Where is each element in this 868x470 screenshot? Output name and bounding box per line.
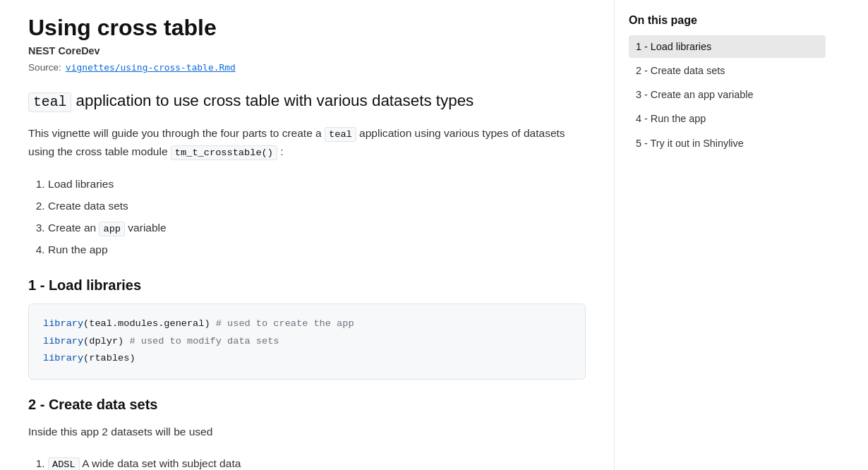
sidebar-nav-item: 4 - Run the app	[629, 107, 826, 130]
list-item: Run the app	[48, 239, 586, 260]
page-title: Using cross table	[28, 14, 586, 41]
section-heading-create-data-sets: 2 - Create data sets	[28, 397, 586, 413]
sidebar-link-shinylive[interactable]: 5 - Try it out in Shinylive	[629, 132, 826, 155]
intro-code-fn: tm_t_crosstable()	[171, 145, 277, 160]
sidebar-nav: 1 - Load libraries 2 - Create data sets …	[629, 35, 826, 155]
main-content: Using cross table NEST CoreDev Source: v…	[0, 0, 614, 470]
sidebar-title: On this page	[629, 14, 826, 27]
intro-heading: teal application to use cross table with…	[28, 90, 586, 113]
list-item: Load libraries	[48, 173, 586, 195]
list-item: Create data sets	[48, 195, 586, 217]
intro-code-teal: teal	[325, 127, 356, 142]
list-item: ADSL A wide data set with subject data	[48, 452, 586, 470]
intro-text-pre: This vignette will guide you through the…	[28, 127, 325, 139]
datasets-list: ADSL A wide data set with subject data	[28, 452, 586, 470]
list-item-code: app	[99, 222, 125, 236]
sidebar-link-create-data-sets[interactable]: 2 - Create data sets	[629, 59, 826, 82]
sidebar-link-create-app-variable[interactable]: 3 - Create an app variable	[629, 83, 826, 106]
code-arg: teal.modules.general	[89, 318, 204, 329]
intro-paragraph: This vignette will guide you through the…	[28, 124, 586, 162]
code-line: library(teal.modules.general) # used to …	[43, 315, 571, 332]
code-block-libraries: library(teal.modules.general) # used to …	[28, 303, 586, 379]
intro-text-end: :	[277, 145, 284, 157]
intro-heading-code: teal	[28, 92, 71, 112]
code-comment: # used to modify data sets	[129, 336, 279, 347]
sidebar-nav-item: 3 - Create an app variable	[629, 83, 826, 106]
list-item: Create an app variable	[48, 217, 586, 239]
section-heading-load-libraries: 1 - Load libraries	[28, 277, 586, 294]
code-arg: dplyr	[89, 336, 118, 347]
sidebar-link-run-app[interactable]: 4 - Run the app	[629, 107, 826, 130]
dataset-code: ADSL	[48, 457, 80, 470]
source-label: Source:	[28, 62, 61, 73]
source-line: Source: vignettes/using-cross-table.Rmd	[28, 62, 586, 73]
source-link[interactable]: vignettes/using-cross-table.Rmd	[66, 62, 236, 73]
sidebar: On this page 1 - Load libraries 2 - Crea…	[614, 0, 840, 470]
code-comment: # used to create the app	[216, 318, 354, 329]
code-fn: library	[43, 336, 83, 347]
overview-list: Load libraries Create data sets Create a…	[28, 173, 586, 260]
code-line: library(rtables)	[43, 350, 571, 367]
sidebar-nav-item: 5 - Try it out in Shinylive	[629, 132, 826, 155]
sidebar-link-load-libraries[interactable]: 1 - Load libraries	[629, 35, 826, 58]
create-data-sets-text: Inside this app 2 datasets will be used	[28, 423, 586, 441]
code-fn: library	[43, 353, 83, 363]
code-arg: rtables	[89, 353, 129, 363]
sidebar-nav-item: 1 - Load libraries	[629, 35, 826, 58]
sidebar-nav-item: 2 - Create data sets	[629, 59, 826, 82]
author-label: NEST CoreDev	[28, 45, 586, 56]
code-line: library(dplyr) # used to modify data set…	[43, 333, 571, 350]
intro-heading-text: application to use cross table with vari…	[71, 92, 474, 109]
code-fn: library	[43, 318, 83, 329]
